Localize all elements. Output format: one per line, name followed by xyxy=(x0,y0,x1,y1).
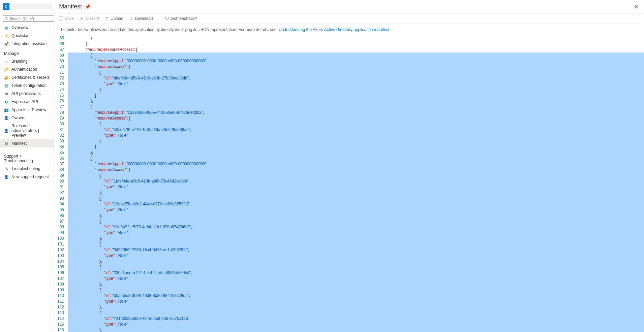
code-line[interactable]: 99 "type": "Role" xyxy=(54,230,644,236)
code-line[interactable]: 110 "id": "b0afded3-3588-46d8-8b3d-9842e… xyxy=(54,293,644,299)
code-line[interactable]: 68 { xyxy=(54,53,644,58)
feedback-button[interactable]: Got feedback? xyxy=(165,16,197,21)
line-number: 105 xyxy=(54,264,68,270)
sidebar-item-owners[interactable]: 👤Owners xyxy=(0,114,54,122)
code-line[interactable]: 108 }, xyxy=(54,281,644,287)
code-line[interactable]: 78 "resourceAppId": "c5393580-f805-4401-… xyxy=(54,110,644,115)
line-number: 94 xyxy=(54,201,68,207)
code-line[interactable]: 94 "id": "19dbc75e-c2e2-444c-a770-ec69d8… xyxy=(54,201,644,207)
download-button[interactable]: Download xyxy=(129,16,153,21)
line-number: 75 xyxy=(54,93,68,98)
code-line[interactable]: 111 "type": "Role" xyxy=(54,299,644,304)
sidebar-item-overview[interactable]: ▦Overview xyxy=(0,24,54,32)
sidebar-item-roles-admin[interactable]: 👤Roles and administrators | Preview xyxy=(0,122,54,139)
code-line[interactable]: 107 "type": "Role" xyxy=(54,276,644,281)
code-line[interactable]: 103 "type": "Role" xyxy=(54,253,644,259)
code-line[interactable]: 65 } xyxy=(54,35,644,41)
sidebar-item-label: Expose an API xyxy=(11,99,38,104)
line-number: 86 xyxy=(54,156,68,161)
line-number: 96 xyxy=(54,213,68,219)
code-line[interactable]: 97 { xyxy=(54,219,644,224)
sidebar-item-label: New support request xyxy=(11,174,49,179)
code-line[interactable]: 88 "resourceAccess": [ xyxy=(54,167,644,173)
info-link[interactable]: Understanding the Azure Active Directory… xyxy=(279,27,389,32)
sidebar-item-request[interactable]: 👤New support request xyxy=(0,173,54,181)
code-line[interactable]: 74 } xyxy=(54,87,644,93)
code-line[interactable]: 112 }, xyxy=(54,304,644,310)
code-line[interactable]: 105 { xyxy=(54,264,644,270)
code-line[interactable]: 96 }, xyxy=(54,213,644,219)
json-editor[interactable]: 65 }66 ],67 "requiredResourceAccess": [6… xyxy=(54,35,644,332)
info-text: The editor below allows you to update th… xyxy=(54,24,644,35)
search-text[interactable] xyxy=(10,16,54,21)
discard-button[interactable]: Discard xyxy=(79,16,99,21)
sidebar-item-roles[interactable]: 👥App roles | Preview xyxy=(0,106,54,114)
code-line[interactable]: 109 { xyxy=(54,287,644,293)
quickstart-icon: ⚡ xyxy=(4,33,9,38)
code-line[interactable]: 104 }, xyxy=(54,259,644,264)
code-line[interactable]: 84 ] xyxy=(54,144,644,150)
sidebar-item-certs[interactable]: 🔐Certificates & secrets xyxy=(0,73,54,81)
code-line[interactable]: 81 "id": "e2cea78f-e743-4d8f-a16a-75b629… xyxy=(54,127,644,133)
sidebar-item-integration[interactable]: 🚀Integration assistant xyxy=(0,40,54,48)
line-number: 77 xyxy=(54,104,68,110)
sidebar-item-trouble[interactable]: ✎Troubleshooting xyxy=(0,165,54,173)
sidebar-item-expose[interactable]: ◐Expose an API xyxy=(0,98,54,106)
code-line[interactable]: 85 }, xyxy=(54,150,644,156)
code-line[interactable]: 86 { xyxy=(54,156,644,161)
code-line[interactable]: 90 "id": "1bfefb4e-e0b5-418b-a88f-73c46d… xyxy=(54,178,644,184)
code-line[interactable]: 66 ], xyxy=(54,41,644,47)
code-line[interactable]: 115 "type": "Role" xyxy=(54,322,644,327)
sidebar-item-label: Quickstart xyxy=(11,33,30,38)
line-number: 100 xyxy=(54,236,68,241)
code-line[interactable]: 116 }, xyxy=(54,327,644,332)
code-line[interactable]: 83 } xyxy=(54,138,644,144)
line-number: 83 xyxy=(54,138,68,144)
code-line[interactable]: 98 "id": "e2a3a72e-5f79-4c64-b1b1-878b67… xyxy=(54,224,644,230)
line-number: 95 xyxy=(54,207,68,213)
code-line[interactable]: 102 "id": "9492366f-7969-46a4-8d15-ed1a2… xyxy=(54,247,644,253)
code-line[interactable]: 67 "requiredResourceAccess": [ xyxy=(54,47,644,53)
line-number: 87 xyxy=(54,161,68,167)
sidebar-item-quickstart[interactable]: ⚡Quickstart xyxy=(0,32,54,40)
sidebar-item-label: Roles and administrators | Preview xyxy=(11,124,51,138)
code-line[interactable]: 95 "type": "Role" xyxy=(54,207,644,213)
search-input[interactable] xyxy=(3,15,54,22)
sidebar-item-token[interactable]: |||Token configuration xyxy=(0,81,54,90)
code-line[interactable]: 77 { xyxy=(54,104,644,110)
code-line[interactable]: 72 "id": "abefe9df-d5a9-41c6-a60b-27b38e… xyxy=(54,75,644,81)
app-icon: {} xyxy=(3,3,9,10)
discard-label: Discard xyxy=(85,16,99,21)
code-line[interactable]: 93 { xyxy=(54,196,644,201)
code-line[interactable]: 87 "resourceAppId": "00000003-0000-0000-… xyxy=(54,161,644,167)
code-line[interactable]: 80 { xyxy=(54,121,644,127)
code-line[interactable]: 71 { xyxy=(54,70,644,75)
code-line[interactable]: 69 "resourceAppId": "00000002-0000-0000-… xyxy=(54,58,644,64)
sidebar-item-branding[interactable]: ▭Branding xyxy=(0,57,54,65)
upload-button[interactable]: Upload xyxy=(104,16,123,21)
line-number: 71 xyxy=(54,70,68,75)
code-line[interactable]: 73 "type": "Role" xyxy=(54,81,644,87)
branding-icon: ▭ xyxy=(4,59,9,64)
save-button[interactable]: Save xyxy=(59,16,74,21)
line-number: 97 xyxy=(54,219,68,224)
close-icon[interactable]: ✕ xyxy=(631,3,641,10)
code-line[interactable]: 92 }, xyxy=(54,190,644,196)
code-line[interactable]: 70 "resourceAccess": [ xyxy=(54,64,644,70)
code-line[interactable]: 79 "resourceAccess": [ xyxy=(54,115,644,121)
line-number: 109 xyxy=(54,287,68,293)
code-line[interactable]: 113 { xyxy=(54,310,644,316)
code-line[interactable]: 82 "type": "Role" xyxy=(54,133,644,138)
sidebar-item-api[interactable]: ⊕API permissions xyxy=(0,90,54,98)
sidebar-item-manifest[interactable]: ▤Manifest xyxy=(0,139,54,147)
pin-icon[interactable]: 📌 xyxy=(85,4,90,9)
code-line[interactable]: 75 ] xyxy=(54,93,644,98)
code-line[interactable]: 114 "id": "741f803b-c850-494e-b5df-cde7c… xyxy=(54,316,644,322)
code-line[interactable]: 106 "id": "230c1aed-a721-4c5d-9cb4-a9051… xyxy=(54,270,644,276)
code-line[interactable]: 100 }, xyxy=(54,236,644,241)
code-line[interactable]: 76 }, xyxy=(54,98,644,104)
sidebar-item-auth[interactable]: 🔑Authentication xyxy=(0,65,54,73)
code-line[interactable]: 101 { xyxy=(54,241,644,247)
code-line[interactable]: 91 "type": "Role" xyxy=(54,184,644,190)
code-line[interactable]: 89 { xyxy=(54,173,644,178)
